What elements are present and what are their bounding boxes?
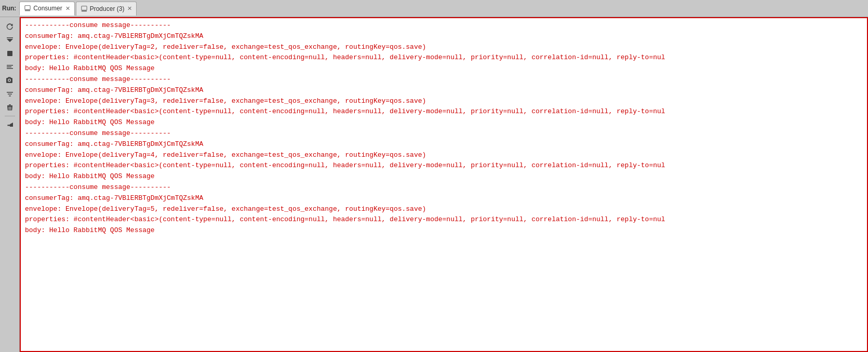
console-line: body: Hello RabbitMQ QOS Message [25, 225, 863, 236]
tab-bar: Run: Consumer ✕ Producer (3) ✕ [0, 0, 868, 17]
run-label: Run: [2, 5, 16, 12]
screenshot-button[interactable] [4, 74, 16, 87]
svg-rect-1 [25, 10, 30, 11]
producer-tab-icon [81, 5, 88, 12]
svg-rect-0 [25, 6, 30, 10]
soft-wrap-button[interactable] [4, 61, 16, 73]
console-line: properties: #contentHeader<basic>(conten… [25, 52, 863, 63]
svg-rect-4 [7, 51, 12, 56]
rerun-button[interactable] [4, 20, 16, 33]
console-line: body: Hello RabbitMQ QOS Message [25, 171, 863, 182]
scroll-down-button[interactable] [4, 34, 16, 46]
svg-rect-3 [82, 10, 87, 11]
console-line: envelope: Envelope(deliveryTag=5, redeli… [25, 204, 863, 215]
console-line: body: Hello RabbitMQ QOS Message [25, 117, 863, 128]
console-line: -----------consume message---------- [25, 20, 863, 31]
svg-rect-2 [82, 6, 87, 10]
tab-producer[interactable]: Producer (3) ✕ [76, 2, 137, 16]
pin-button[interactable] [1, 116, 19, 133]
console-line: -----------consume message---------- [25, 128, 863, 139]
console-line: consumerTag: amq.ctag-7VBlERBTgDmXjCmTQZ… [25, 193, 863, 204]
console-line: envelope: Envelope(deliveryTag=2, redeli… [25, 42, 863, 53]
console-line: -----------consume message---------- [25, 182, 863, 193]
console-line: body: Hello RabbitMQ QOS Message [25, 63, 863, 74]
stop-button[interactable] [4, 47, 16, 60]
clear-button[interactable] [4, 101, 16, 114]
producer-tab-close[interactable]: ✕ [127, 5, 132, 12]
console-line: consumerTag: amq.ctag-7VBlERBTgDmXjCmTQZ… [25, 139, 863, 150]
console-output[interactable]: -----------consume message----------cons… [20, 17, 868, 352]
console-line: -----------consume message---------- [25, 74, 863, 85]
console-line: consumerTag: amq.ctag-7VBlERBTgDmXjCmTQZ… [25, 31, 863, 42]
console-line: properties: #contentHeader<basic>(conten… [25, 160, 863, 171]
console-line: consumerTag: amq.ctag-7VBlERBTgDmXjCmTQZ… [25, 85, 863, 96]
console-line: envelope: Envelope(deliveryTag=3, redeli… [25, 96, 863, 107]
producer-tab-label: Producer (3) [90, 5, 125, 12]
consumer-tab-label: Consumer [33, 5, 62, 12]
console-line: envelope: Envelope(deliveryTag=4, redeli… [25, 150, 863, 161]
console-line: properties: #contentHeader<basic>(conten… [25, 214, 863, 225]
sort-button[interactable] [4, 88, 16, 100]
toolbar [0, 17, 20, 352]
main-container: -----------consume message----------cons… [0, 17, 868, 352]
console-line: properties: #contentHeader<basic>(conten… [25, 106, 863, 117]
tab-consumer[interactable]: Consumer ✕ [19, 2, 74, 16]
consumer-tab-close[interactable]: ✕ [65, 5, 70, 12]
consumer-tab-icon [24, 5, 31, 12]
